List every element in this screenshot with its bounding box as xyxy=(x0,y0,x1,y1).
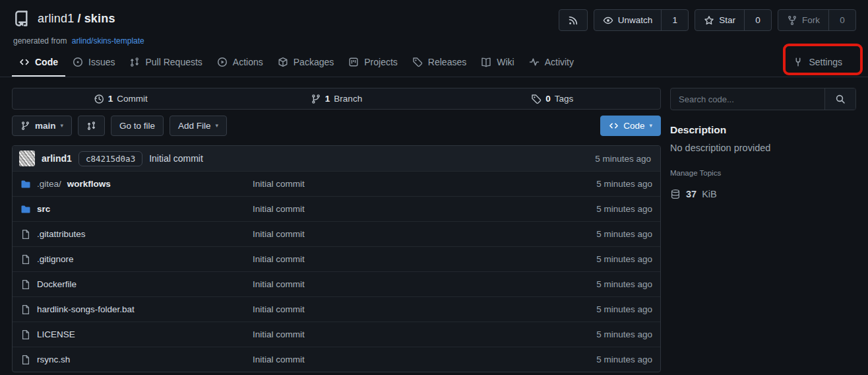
description-heading: Description xyxy=(670,124,856,136)
tab-settings[interactable]: Settings xyxy=(786,49,850,77)
actions-icon xyxy=(217,57,228,67)
file-commit-message[interactable]: Initial commit xyxy=(253,179,543,189)
file-name-link[interactable]: .gitignore xyxy=(37,254,74,264)
repo-nav-tabs: Code Issues Pull Requests Actions Packag… xyxy=(0,49,868,77)
tab-issues[interactable]: Issues xyxy=(65,49,122,77)
tab-actions[interactable]: Actions xyxy=(210,49,270,77)
file-commit-message[interactable]: Initial commit xyxy=(253,329,543,339)
tab-label: Code xyxy=(35,57,58,67)
file-name-link[interactable]: hardlink-songs-folder.bat xyxy=(37,304,135,314)
code-download-button[interactable]: Code ▾ xyxy=(600,116,661,136)
file-commit-message[interactable]: Initial commit xyxy=(253,279,543,289)
table-row-gitea-workflows[interactable]: .gitea/workflows Initial commit 5 minute… xyxy=(13,171,660,196)
tab-projects[interactable]: Projects xyxy=(341,49,405,77)
caret-down-icon: ▾ xyxy=(649,123,652,129)
search-button[interactable] xyxy=(824,88,855,110)
history-icon xyxy=(94,94,104,104)
file-commit-time: 5 minutes ago xyxy=(543,254,652,264)
commit-message-link[interactable]: Initial commit xyxy=(149,153,203,164)
file-commit-message[interactable]: Initial commit xyxy=(253,229,543,239)
star-count[interactable]: 0 xyxy=(744,10,771,30)
tab-releases[interactable]: Releases xyxy=(405,49,474,77)
watch-count[interactable]: 1 xyxy=(661,10,688,30)
file-commit-time: 5 minutes ago xyxy=(543,279,652,289)
tab-wiki[interactable]: Wiki xyxy=(474,49,521,77)
file-name-link[interactable]: src xyxy=(37,204,50,214)
folder-icon xyxy=(20,179,31,189)
fork-button-group: Fork 0 xyxy=(778,9,856,31)
tab-label: Issues xyxy=(88,57,115,67)
tab-label: Releases xyxy=(428,57,466,67)
compare-button[interactable] xyxy=(78,116,105,136)
rss-button[interactable] xyxy=(559,9,588,31)
search-input[interactable] xyxy=(671,88,824,110)
description-text: No description provided xyxy=(670,143,856,153)
tab-code[interactable]: Code xyxy=(12,49,65,77)
tab-label: Packages xyxy=(294,57,334,67)
commit-hash-badge[interactable]: c84215d0a3 xyxy=(78,151,142,166)
table-row-rsync-sh[interactable]: rsync.sh Initial commit 5 minutes ago xyxy=(13,347,660,372)
branch-icon xyxy=(311,94,321,104)
add-file-button[interactable]: Add File ▾ xyxy=(170,116,227,136)
table-row-src[interactable]: src Initial commit 5 minutes ago xyxy=(13,196,660,221)
tab-activity[interactable]: Activity xyxy=(522,49,581,77)
branches-link[interactable]: 1 Branch xyxy=(228,94,444,104)
table-row-gitattributes[interactable]: .gitattributes Initial commit 5 minutes … xyxy=(13,221,660,246)
branch-count-label: Branch xyxy=(334,94,362,104)
avatar[interactable] xyxy=(19,151,35,166)
code-search-box xyxy=(670,88,856,110)
template-repo-link[interactable]: arlind/skins-template xyxy=(72,36,144,46)
file-commit-time: 5 minutes ago xyxy=(543,304,652,314)
manage-topics-link[interactable]: Manage Topics xyxy=(670,169,856,177)
caret-down-icon: ▾ xyxy=(61,123,64,129)
code-icon xyxy=(19,57,30,67)
star-button[interactable]: Star xyxy=(695,10,744,30)
repo-name-link[interactable]: skins xyxy=(84,12,115,25)
fork-button[interactable]: Fork xyxy=(778,10,828,30)
file-commit-message[interactable]: Initial commit xyxy=(253,304,543,314)
unwatch-button[interactable]: Unwatch xyxy=(594,10,662,30)
eye-icon xyxy=(603,15,613,26)
unwatch-label: Unwatch xyxy=(618,15,653,25)
table-row-hardlink-songs-folder-bat[interactable]: hardlink-songs-folder.bat Initial commit… xyxy=(13,296,660,322)
tag-count: 0 xyxy=(545,94,551,104)
code-toolbar: main ▾ Go to file Add File ▾ Code ▾ xyxy=(12,116,661,136)
file-name-link[interactable]: rsync.sh xyxy=(37,355,70,364)
fork-label: Fork xyxy=(802,15,820,25)
file-name-link[interactable]: LICENSE xyxy=(37,329,75,339)
tab-pull-requests[interactable]: Pull Requests xyxy=(122,49,209,77)
file-commit-time: 5 minutes ago xyxy=(543,179,652,189)
repo-owner-link[interactable]: arlind1 xyxy=(38,12,74,25)
go-to-file-button[interactable]: Go to file xyxy=(111,116,164,136)
table-row-dockerfile[interactable]: Dockerfile Initial commit 5 minutes ago xyxy=(13,271,660,296)
file-name-link[interactable]: .gitattributes xyxy=(37,229,86,239)
branch-selector[interactable]: main ▾ xyxy=(12,116,72,136)
go-to-file-label: Go to file xyxy=(119,121,155,131)
star-label: Star xyxy=(719,15,735,25)
file-icon xyxy=(20,279,31,290)
rss-icon xyxy=(568,15,578,26)
file-path-prefix[interactable]: .gitea/ xyxy=(37,179,61,189)
file-name-link[interactable]: Dockerfile xyxy=(37,279,77,289)
file-icon xyxy=(20,229,31,240)
table-row-gitignore[interactable]: .gitignore Initial commit 5 minutes ago xyxy=(13,246,660,271)
package-icon xyxy=(278,57,288,67)
file-icon xyxy=(20,355,31,365)
file-commit-message[interactable]: Initial commit xyxy=(253,355,543,364)
commits-link[interactable]: 1 Commit xyxy=(13,94,228,104)
branch-icon xyxy=(20,121,30,131)
file-icon xyxy=(20,304,31,315)
star-button-group: Star 0 xyxy=(695,9,772,31)
file-commit-time: 5 minutes ago xyxy=(543,229,652,239)
file-name-link[interactable]: workflows xyxy=(67,179,111,189)
tags-link[interactable]: 0 Tags xyxy=(445,94,660,104)
fork-icon xyxy=(787,15,797,26)
commit-author-link[interactable]: arlind1 xyxy=(42,153,72,164)
tab-packages[interactable]: Packages xyxy=(270,49,341,77)
repo-size-value: 37 xyxy=(686,189,697,199)
fork-count[interactable]: 0 xyxy=(828,10,855,30)
table-row-license[interactable]: LICENSE Initial commit 5 minutes ago xyxy=(13,322,660,347)
repo-title: arlind1/skins xyxy=(38,12,115,26)
file-commit-message[interactable]: Initial commit xyxy=(253,254,543,264)
file-commit-message[interactable]: Initial commit xyxy=(253,204,543,214)
